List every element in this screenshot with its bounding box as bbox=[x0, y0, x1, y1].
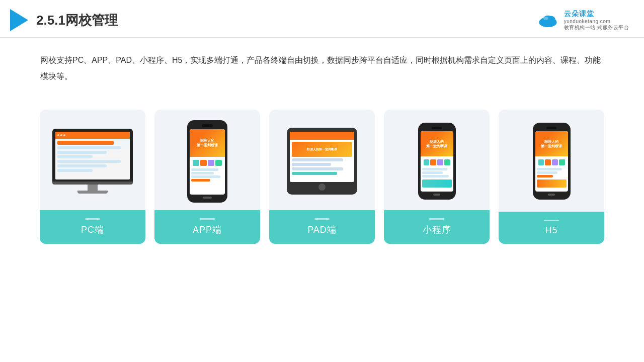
pad-tablet-bar bbox=[290, 132, 354, 140]
logo-sub: 教育机构一站 式服务云平台 bbox=[564, 24, 629, 31]
app-grid-icons bbox=[191, 158, 223, 167]
pad-tablet-outer: 职涯人的第一堂判断课 bbox=[287, 128, 357, 195]
card-pc: PC端 bbox=[40, 110, 145, 244]
mini-phone-notch bbox=[432, 127, 442, 129]
pad-tablet-mockup: 职涯人的第一堂判断课 bbox=[287, 128, 357, 195]
card-h5-label: H5 bbox=[499, 212, 604, 244]
page-title: 2.5.1网校管理 bbox=[36, 12, 118, 29]
app-phone-mockup: 职涯人的第一堂判断课 bbox=[187, 120, 227, 203]
header: 2.5.1网校管理 云朵课堂 yunduoketang.com 教育机构一站 式… bbox=[0, 0, 644, 38]
cards-section: PC端 职涯人的第一堂判断课 bbox=[0, 95, 644, 254]
h5-grid-icons bbox=[537, 158, 567, 167]
pad-tablet-screen: 职涯人的第一堂判断课 bbox=[290, 132, 354, 182]
h5-phone-screen: 职涯人的第一堂判断课 bbox=[535, 131, 568, 192]
pc-screen-content bbox=[55, 132, 130, 179]
description-text: 网校支持PC、APP、PAD、小程序、H5，实现多端打通，产品各终端自由切换，数… bbox=[0, 38, 644, 89]
mini-screen-content bbox=[421, 156, 453, 190]
mini-phone-screen: 职涯人的第一堂判断课 bbox=[421, 131, 453, 192]
card-h5: 职涯人的第一堂判断课 bbox=[499, 110, 604, 244]
svg-point-4 bbox=[543, 17, 548, 20]
logo-cloud-icon bbox=[536, 11, 560, 29]
logo-name: 云朵课堂 bbox=[564, 10, 594, 19]
mini-image-area: 职涯人的第一堂判断课 bbox=[384, 110, 490, 210]
logo-area: 云朵课堂 yunduoketang.com 教育机构一站 式服务云平台 bbox=[536, 10, 629, 31]
card-pad-label: PAD端 bbox=[269, 210, 375, 244]
mini-screen-img: 职涯人的第一堂判断课 bbox=[421, 131, 453, 156]
pc-mockup bbox=[52, 129, 133, 194]
card-mini-label: 小程序 bbox=[384, 210, 490, 244]
app-phone-home bbox=[203, 197, 212, 199]
card-pc-label: PC端 bbox=[40, 210, 145, 244]
pad-home-btn bbox=[318, 184, 326, 191]
h5-screen-content bbox=[535, 156, 568, 190]
app-phone-screen: 职涯人的第一堂判断课 bbox=[190, 129, 225, 195]
header-left: 2.5.1网校管理 bbox=[10, 9, 118, 31]
h5-phone-notch bbox=[546, 127, 556, 129]
app-screen-img: 职涯人的第一堂判断课 bbox=[190, 129, 225, 157]
pc-image-area bbox=[40, 110, 145, 210]
play-icon bbox=[10, 9, 28, 31]
app-image-area: 职涯人的第一堂判断课 bbox=[154, 110, 260, 210]
card-app: 职涯人的第一堂判断课 bbox=[154, 110, 260, 244]
mini-grid-icons bbox=[422, 158, 452, 167]
pad-image-area: 职涯人的第一堂判断课 bbox=[269, 110, 375, 210]
mini-phone-outer: 职涯人的第一堂判断课 bbox=[418, 123, 456, 200]
logo-domain: yunduoketang.com bbox=[564, 19, 611, 24]
card-app-label: APP端 bbox=[154, 210, 260, 244]
app-phone-notch bbox=[202, 124, 213, 127]
pad-tablet-content: 职涯人的第一堂判断课 bbox=[290, 140, 354, 177]
pc-screen-outer bbox=[52, 129, 133, 182]
pc-stand-neck bbox=[88, 185, 98, 191]
h5-phone-outer: 职涯人的第一堂判断课 bbox=[533, 123, 571, 200]
mini-phone-home bbox=[433, 194, 440, 196]
h5-phone-home bbox=[548, 194, 555, 196]
pc-screen-inner bbox=[55, 132, 130, 179]
card-miniprogram: 职涯人的第一堂判断课 bbox=[384, 110, 490, 244]
h5-phone-mockup: 职涯人的第一堂判断课 bbox=[533, 123, 571, 200]
app-screen-content bbox=[190, 157, 225, 183]
h5-image-area: 职涯人的第一堂判断课 bbox=[499, 110, 604, 210]
pc-screen-bar bbox=[55, 132, 130, 139]
h5-screen-img: 职涯人的第一堂判断课 bbox=[535, 131, 568, 156]
mini-phone-mockup: 职涯人的第一堂判断课 bbox=[418, 123, 456, 200]
card-pad: 职涯人的第一堂判断课 PAD端 bbox=[269, 110, 375, 244]
pc-stand-base bbox=[77, 191, 108, 194]
app-phone-outer: 职涯人的第一堂判断课 bbox=[187, 120, 227, 203]
logo-text: 云朵课堂 yunduoketang.com 教育机构一站 式服务云平台 bbox=[564, 10, 629, 31]
